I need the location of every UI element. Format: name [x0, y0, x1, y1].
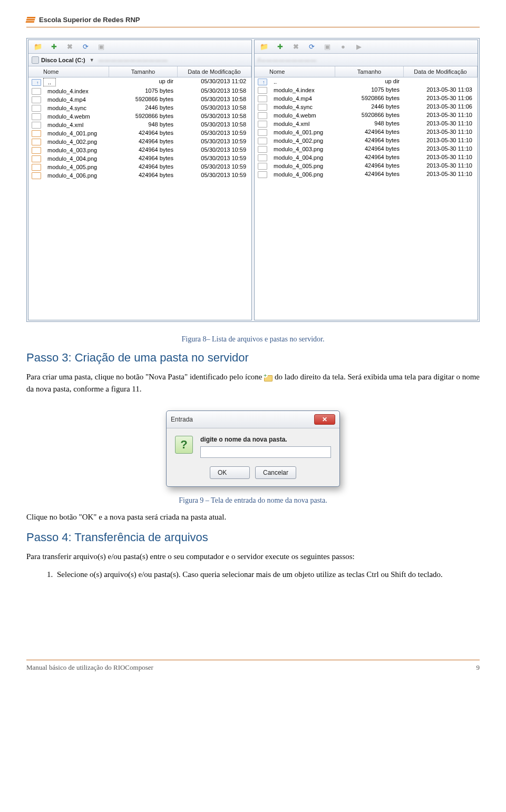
input-dialog: Entrada ✕ ? digite o nome da nova pasta.…	[166, 410, 340, 487]
col-date[interactable]: Data de Modificação	[404, 66, 478, 77]
file-date: 05/30/2013 10:58	[178, 104, 251, 112]
local-file-list[interactable]: ↑..up dir05/30/2013 11:02modulo_4.index1…	[28, 77, 251, 320]
file-row[interactable]: modulo_4.index1075 bytes05/30/2013 10:58	[28, 87, 251, 95]
file-size: 424964 bytes	[109, 154, 178, 163]
remote-pathbar[interactable]: /—————————	[255, 54, 478, 66]
file-date: 05/30/2013 10:58	[178, 87, 251, 95]
file-date: 05/30/2013 10:59	[178, 163, 251, 171]
page-footer: Manual básico de utilização do RIOCompos…	[26, 660, 480, 672]
file-date: 05/30/2013 10:59	[178, 146, 251, 154]
remote-toolbar: 📁 ✚ ✖ ⟳ ▣ ● ▶	[255, 40, 478, 54]
file-row[interactable]: modulo_4.xml948 bytes2013-05-30 11:10	[255, 120, 478, 128]
file-name: modulo_4_005.png	[269, 162, 327, 170]
file-name: modulo_4_006.png	[43, 172, 101, 179]
file-name: modulo_4.sync	[43, 104, 91, 112]
file-row[interactable]: modulo_4_005.png424964 bytes05/30/2013 1…	[28, 163, 251, 171]
file-row[interactable]: modulo_4.index1075 bytes2013-05-30 11:03	[255, 86, 478, 94]
file-row[interactable]: modulo_4_006.png424964 bytes2013-05-30 1…	[255, 170, 478, 179]
file-row[interactable]: modulo_4.mp45920866 bytes05/30/2013 10:5…	[28, 95, 251, 104]
new-folder-icon[interactable]: ✚	[50, 43, 58, 51]
file-icon	[32, 105, 41, 112]
step-4-list: Selecione o(s) arquivo(s) e/ou pasta(s).…	[26, 569, 480, 581]
step-3-after: Clique no botão "OK" e a nova pasta será…	[26, 511, 480, 523]
dialog-titlebar: Entrada ✕	[167, 411, 339, 428]
file-row[interactable]: ↑..up dir05/30/2013 11:02	[28, 77, 251, 87]
file-date: 2013-05-30 11:10	[404, 136, 478, 145]
file-name: modulo_4.sync	[269, 103, 317, 111]
ok-button[interactable]: OK	[210, 466, 250, 479]
file-name: modulo_4_006.png	[269, 171, 327, 178]
refresh-icon[interactable]: ⟳	[81, 43, 90, 51]
col-name[interactable]: Nome	[255, 66, 335, 77]
col-size[interactable]: Tamanho	[109, 66, 178, 77]
image-file-icon	[32, 130, 41, 137]
remote-pane: 📁 ✚ ✖ ⟳ ▣ ● ▶ /————————— Nome Tamanho Da…	[254, 40, 478, 320]
dropdown-arrow-icon[interactable]: ▼	[87, 57, 96, 63]
delete-icon[interactable]: ✖	[291, 43, 300, 51]
question-icon: ?	[175, 436, 193, 454]
file-row[interactable]: modulo_4_001.png424964 bytes05/30/2013 1…	[28, 129, 251, 138]
figure-9-caption: Figura 9 – Tela de entrada do nome da no…	[26, 496, 480, 505]
play-icon: ▶	[355, 43, 363, 51]
file-row[interactable]: modulo_4_003.png424964 bytes2013-05-30 1…	[255, 145, 478, 153]
file-row[interactable]: ↑..up dir	[255, 77, 478, 86]
step-4-item-1: Selecione o(s) arquivo(s) e/ou pasta(s).…	[55, 569, 480, 581]
cancel-button[interactable]: Cancelar	[255, 466, 296, 479]
file-icon	[258, 171, 267, 178]
file-row[interactable]: modulo_4_002.png424964 bytes05/30/2013 1…	[28, 138, 251, 146]
file-row[interactable]: modulo_4.mp45920866 bytes2013-05-30 11:0…	[255, 94, 478, 103]
file-row[interactable]: modulo_4_004.png424964 bytes05/30/2013 1…	[28, 154, 251, 163]
file-date: 2013-05-30 11:06	[404, 103, 478, 111]
file-name: modulo_4_002.png	[269, 137, 327, 144]
file-size: up dir	[335, 77, 404, 86]
page-header: Escola Superior de Redes RNP	[26, 16, 480, 27]
file-name: modulo_4_005.png	[43, 163, 101, 171]
file-row[interactable]: modulo_4_001.png424964 bytes2013-05-30 1…	[255, 128, 478, 136]
file-row[interactable]: modulo_4_006.png424964 bytes05/30/2013 1…	[28, 171, 251, 180]
stop-icon: ▣	[323, 43, 332, 51]
file-date: 05/30/2013 10:59	[178, 171, 251, 180]
file-name: ..	[269, 78, 281, 85]
file-size: 948 bytes	[109, 121, 178, 129]
file-row[interactable]: modulo_4_005.png424964 bytes2013-05-30 1…	[255, 162, 478, 170]
remote-file-list[interactable]: ↑..up dirmodulo_4.index1075 bytes2013-05…	[255, 77, 478, 320]
col-date[interactable]: Data de Modificação	[178, 66, 251, 77]
file-size: 2446 bytes	[109, 104, 178, 112]
file-row[interactable]: modulo_4.sync2446 bytes2013-05-30 11:06	[255, 103, 478, 111]
open-folder-icon[interactable]: 📁	[34, 43, 42, 51]
local-pathbar[interactable]: Disco Local (C:) ▼ ———————————	[28, 54, 251, 66]
file-row[interactable]: modulo_4.webm5920866 bytes2013-05-30 11:…	[255, 111, 478, 120]
delete-icon[interactable]: ✖	[65, 43, 74, 51]
col-name[interactable]: Nome	[28, 66, 109, 77]
file-date: 05/30/2013 10:58	[178, 112, 251, 121]
file-icon	[258, 129, 267, 136]
file-row[interactable]: modulo_4_002.png424964 bytes2013-05-30 1…	[255, 136, 478, 145]
logo-icon	[26, 17, 36, 23]
file-name: modulo_4.mp4	[43, 96, 90, 103]
col-size[interactable]: Tamanho	[335, 66, 404, 77]
file-icon	[258, 87, 267, 94]
open-folder-icon[interactable]: 📁	[260, 43, 268, 51]
file-size: up dir	[109, 77, 178, 87]
folder-name-input[interactable]	[200, 446, 331, 458]
file-row[interactable]: modulo_4_003.png424964 bytes05/30/2013 1…	[28, 146, 251, 154]
file-icon	[258, 112, 267, 119]
file-row[interactable]: modulo_4.xml948 bytes05/30/2013 10:58	[28, 121, 251, 129]
file-row[interactable]: modulo_4.webm5920866 bytes05/30/2013 10:…	[28, 112, 251, 121]
file-row[interactable]: modulo_4_004.png424964 bytes2013-05-30 1…	[255, 153, 478, 162]
file-size: 2446 bytes	[335, 103, 404, 111]
file-name: modulo_4.mp4	[269, 95, 316, 102]
file-size: 424964 bytes	[109, 138, 178, 146]
refresh-icon[interactable]: ⟳	[307, 43, 316, 51]
file-name: modulo_4.index	[269, 86, 319, 94]
record-icon: ●	[339, 43, 347, 51]
close-button[interactable]: ✕	[314, 414, 335, 425]
brand-title: Escola Superior de Redes RNP	[39, 16, 140, 24]
file-date: 2013-05-30 11:10	[404, 145, 478, 153]
file-size: 424964 bytes	[109, 146, 178, 154]
file-size: 424964 bytes	[109, 129, 178, 138]
file-date: 05/30/2013 10:58	[178, 95, 251, 104]
file-row[interactable]: modulo_4.sync2446 bytes05/30/2013 10:58	[28, 104, 251, 112]
up-dir-icon: ↑	[32, 79, 41, 86]
new-folder-icon[interactable]: ✚	[276, 43, 284, 51]
